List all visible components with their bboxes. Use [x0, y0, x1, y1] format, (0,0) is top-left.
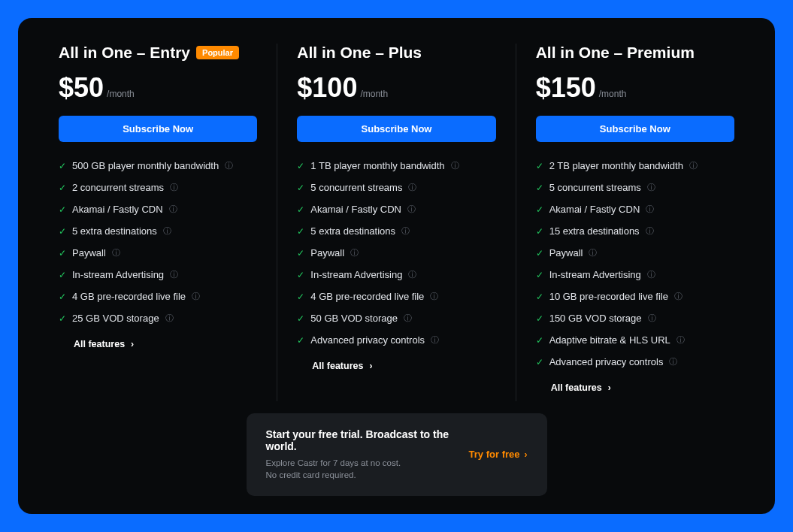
price-value: $50 — [59, 72, 104, 104]
info-icon[interactable]: ⓘ — [407, 204, 416, 215]
info-icon[interactable]: ⓘ — [192, 291, 200, 302]
all-features-link[interactable]: All features › — [59, 339, 257, 349]
price-row: $100 /month — [297, 72, 495, 104]
plan-plus: All in One – Plus $100 /month Subscribe … — [277, 44, 515, 401]
feature-item: ✓Advanced privacy controlsⓘ — [297, 334, 495, 346]
check-icon: ✓ — [536, 162, 543, 171]
check-icon: ✓ — [536, 358, 543, 367]
plan-title-row: All in One – Premium — [536, 44, 734, 62]
feature-list: ✓1 TB player monthly bandwidthⓘ ✓5 concu… — [297, 160, 495, 346]
info-icon[interactable]: ⓘ — [646, 225, 654, 237]
feature-text: 50 GB VOD storage — [310, 313, 398, 324]
info-icon[interactable]: ⓘ — [689, 160, 698, 171]
feature-text: 5 concurrent streams — [310, 182, 402, 193]
feature-item: ✓2 concurrent streamsⓘ — [59, 182, 257, 193]
feature-item: ✓10 GB pre-recorded live fileⓘ — [536, 291, 734, 302]
feature-item: ✓5 extra destinationsⓘ — [297, 225, 495, 237]
info-icon[interactable]: ⓘ — [646, 204, 654, 215]
feature-text: In-stream Advertising — [72, 269, 164, 280]
info-icon[interactable]: ⓘ — [431, 334, 439, 346]
info-icon[interactable]: ⓘ — [676, 334, 685, 346]
price-value: $150 — [536, 72, 596, 104]
price-row: $150 /month — [536, 72, 734, 104]
price-period: /month — [107, 89, 135, 99]
info-icon[interactable]: ⓘ — [430, 291, 438, 302]
feature-item: ✓In-stream Advertisingⓘ — [536, 269, 734, 280]
feature-item: ✓Paywallⓘ — [297, 247, 495, 258]
feature-text: Advanced privacy controls — [549, 356, 664, 367]
feature-item: ✓Paywallⓘ — [59, 247, 257, 258]
check-icon: ✓ — [536, 292, 543, 301]
check-icon: ✓ — [59, 271, 66, 280]
feature-text: 5 extra destinations — [310, 225, 395, 237]
feature-text: 2 TB player monthly bandwidth — [549, 160, 683, 171]
feature-text: 25 GB VOD storage — [72, 313, 159, 324]
popular-badge: Popular — [196, 46, 239, 59]
all-features-label: All features — [74, 339, 125, 349]
feature-text: In-stream Advertising — [310, 269, 402, 280]
feature-item: ✓Advanced privacy controlsⓘ — [536, 356, 734, 367]
info-icon[interactable]: ⓘ — [170, 269, 178, 280]
all-features-link[interactable]: All features › — [536, 382, 734, 393]
feature-text: Akamai / Fastly CDN — [72, 204, 163, 215]
info-icon[interactable]: ⓘ — [169, 204, 177, 215]
feature-text: 5 extra destinations — [72, 225, 157, 237]
info-icon[interactable]: ⓘ — [350, 247, 359, 258]
check-icon: ✓ — [536, 336, 543, 345]
chevron-right-icon: › — [131, 340, 134, 349]
trial-sub-2: No credit card required. — [266, 469, 454, 481]
feature-text: 2 concurrent streams — [72, 182, 164, 193]
info-icon[interactable]: ⓘ — [165, 313, 174, 324]
info-icon[interactable]: ⓘ — [170, 182, 178, 193]
info-icon[interactable]: ⓘ — [669, 356, 677, 367]
subscribe-button[interactable]: Subscribe Now — [59, 116, 257, 142]
check-icon: ✓ — [297, 183, 304, 192]
feature-text: Akamai / Fastly CDN — [549, 204, 640, 215]
info-icon[interactable]: ⓘ — [647, 269, 655, 280]
info-icon[interactable]: ⓘ — [401, 225, 410, 237]
check-icon: ✓ — [59, 249, 66, 258]
info-icon[interactable]: ⓘ — [163, 225, 171, 237]
trial-sub-1: Explore Castr for 7 days at no cost. — [266, 457, 454, 469]
trial-text: Start your free trial. Broadcast to the … — [266, 428, 454, 481]
info-icon[interactable]: ⓘ — [647, 182, 655, 193]
feature-item: ✓In-stream Advertisingⓘ — [59, 269, 257, 280]
info-icon[interactable]: ⓘ — [408, 182, 416, 193]
feature-item: ✓Paywallⓘ — [536, 247, 734, 258]
plan-title: All in One – Plus — [297, 44, 422, 62]
info-icon[interactable]: ⓘ — [112, 247, 120, 258]
trial-headline: Start your free trial. Broadcast to the … — [266, 428, 454, 452]
check-icon: ✓ — [59, 183, 66, 192]
check-icon: ✓ — [536, 227, 543, 236]
feature-text: Paywall — [72, 247, 106, 258]
check-icon: ✓ — [59, 227, 66, 236]
check-icon: ✓ — [536, 271, 543, 280]
check-icon: ✓ — [536, 205, 543, 214]
subscribe-button[interactable]: Subscribe Now — [536, 116, 734, 142]
info-icon[interactable]: ⓘ — [648, 313, 656, 324]
all-features-link[interactable]: All features › — [297, 361, 495, 371]
all-features-label: All features — [551, 382, 602, 393]
price-value: $100 — [297, 72, 357, 104]
feature-item: ✓1 TB player monthly bandwidthⓘ — [297, 160, 495, 171]
check-icon: ✓ — [59, 314, 66, 323]
feature-text: 4 GB pre-recorded live file — [72, 291, 186, 302]
info-icon[interactable]: ⓘ — [404, 313, 412, 324]
feature-item: ✓Akamai / Fastly CDNⓘ — [297, 204, 495, 215]
plan-title: All in One – Premium — [536, 44, 695, 62]
price-row: $50 /month — [59, 72, 257, 104]
feature-text: 150 GB VOD storage — [549, 313, 642, 324]
info-icon[interactable]: ⓘ — [589, 247, 597, 258]
check-icon: ✓ — [536, 183, 543, 192]
try-for-free-link[interactable]: Try for free › — [469, 449, 528, 460]
feature-item: ✓5 concurrent streamsⓘ — [297, 182, 495, 193]
subscribe-button[interactable]: Subscribe Now — [297, 116, 495, 142]
check-icon: ✓ — [297, 249, 304, 258]
plan-premium: All in One – Premium $150 /month Subscri… — [516, 44, 754, 401]
info-icon[interactable]: ⓘ — [408, 269, 416, 280]
info-icon[interactable]: ⓘ — [225, 160, 233, 171]
feature-item: ✓4 GB pre-recorded live fileⓘ — [297, 291, 495, 302]
info-icon[interactable]: ⓘ — [674, 291, 683, 302]
info-icon[interactable]: ⓘ — [451, 160, 459, 171]
chevron-right-icon: › — [608, 383, 611, 392]
